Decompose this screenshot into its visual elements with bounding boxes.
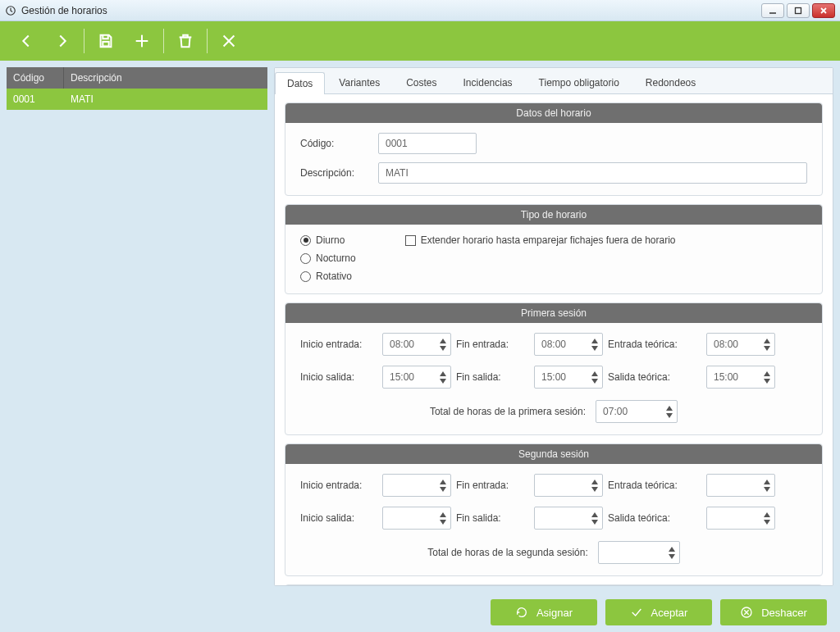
inicio-entrada-spin[interactable]: 08:00 bbox=[382, 333, 451, 356]
section-segunda-sesion: Segunda sesión Inicio entrada: Fin entra… bbox=[285, 443, 823, 576]
tab-costes[interactable]: Costes bbox=[394, 71, 449, 93]
svg-marker-8 bbox=[440, 339, 446, 343]
entrada-teorica2-spin[interactable] bbox=[706, 474, 775, 497]
spin-arrows-icon bbox=[591, 479, 599, 493]
svg-rect-3 bbox=[103, 42, 108, 46]
window-title: Gestión de horarios bbox=[21, 5, 107, 16]
spin-arrows-icon bbox=[763, 338, 771, 352]
inicio-salida2-spin[interactable] bbox=[382, 507, 451, 530]
sidebar: Código Descripción 0001 MATI bbox=[7, 67, 267, 586]
svg-marker-20 bbox=[666, 406, 673, 411]
total-primera-label: Total de horas de la primera sesión: bbox=[430, 406, 586, 417]
svg-marker-11 bbox=[591, 346, 598, 351]
section-datos-horario: Datos del horario Código: Descripción: bbox=[285, 102, 823, 196]
spin-arrows-icon bbox=[763, 479, 771, 493]
svg-marker-12 bbox=[764, 339, 770, 343]
window-controls bbox=[761, 3, 835, 18]
svg-marker-13 bbox=[764, 346, 770, 351]
section-header: Datos del horario bbox=[285, 103, 822, 123]
clock-icon bbox=[5, 5, 16, 16]
inicio-entrada-label: Inicio entrada: bbox=[300, 339, 382, 350]
inicio-entrada2-spin[interactable] bbox=[382, 474, 451, 497]
salida-teorica-spin[interactable]: 15:00 bbox=[706, 366, 775, 389]
add-button[interactable] bbox=[124, 21, 160, 61]
content-area: Código Descripción 0001 MATI Datos Varia… bbox=[0, 61, 840, 593]
deshacer-button[interactable]: Deshacer bbox=[720, 599, 827, 625]
maximize-button[interactable] bbox=[787, 3, 810, 18]
tab-tiempo-obligatorio[interactable]: Tiempo obligatorio bbox=[527, 71, 632, 93]
svg-marker-27 bbox=[764, 487, 770, 492]
extender-checkbox[interactable]: Extender horario hasta emparejar fichaje… bbox=[405, 234, 676, 246]
table-row[interactable]: 0001 MATI bbox=[7, 89, 267, 110]
button-label: Deshacer bbox=[761, 607, 807, 619]
spin-arrows-icon bbox=[591, 371, 599, 384]
inicio-salida-spin[interactable]: 15:00 bbox=[382, 366, 451, 389]
section-primera-sesion: Primera sesión Inicio entrada: 08:00 Fin… bbox=[285, 302, 823, 435]
entrada-teorica-label: Entrada teórica: bbox=[608, 339, 706, 350]
spin-arrows-icon bbox=[439, 512, 447, 525]
svg-marker-29 bbox=[440, 520, 446, 525]
next-button[interactable] bbox=[44, 21, 80, 61]
undo-icon bbox=[515, 606, 528, 619]
spin-arrows-icon bbox=[591, 512, 599, 525]
section-limites: Límites horarios Límite inferior del hor… bbox=[285, 584, 823, 585]
total-segunda-spin[interactable] bbox=[598, 541, 680, 564]
spin-arrows-icon bbox=[591, 338, 599, 352]
close-circle-icon bbox=[740, 606, 753, 619]
delete-button[interactable] bbox=[167, 21, 203, 61]
radio-icon bbox=[300, 235, 311, 246]
main-panel: Datos Variantes Costes Incidencias Tiemp… bbox=[274, 67, 833, 586]
form-area: Datos del horario Código: Descripción: T… bbox=[275, 94, 833, 585]
total-primera-spin[interactable]: 07:00 bbox=[596, 400, 678, 423]
salida-teorica-label: Salida teórica: bbox=[608, 371, 706, 383]
fin-entrada-spin[interactable]: 08:00 bbox=[534, 333, 603, 356]
radio-nocturno[interactable]: Nocturno bbox=[300, 252, 356, 264]
aceptar-button[interactable]: Aceptar bbox=[605, 599, 712, 625]
button-label: Aceptar bbox=[651, 607, 688, 619]
descripcion-label: Descripción: bbox=[300, 167, 370, 179]
svg-marker-15 bbox=[440, 379, 446, 384]
toolbar-separator bbox=[207, 29, 208, 53]
codigo-label: Código: bbox=[300, 138, 370, 149]
svg-marker-33 bbox=[764, 520, 770, 525]
col-codigo[interactable]: Código bbox=[7, 67, 64, 89]
radio-label: Diurno bbox=[316, 234, 345, 246]
inicio-salida-label: Inicio salida: bbox=[300, 371, 382, 383]
fin-salida-spin[interactable]: 15:00 bbox=[534, 366, 603, 389]
asignar-button[interactable]: Asignar bbox=[491, 599, 597, 625]
svg-marker-35 bbox=[669, 554, 675, 559]
col-descripcion[interactable]: Descripción bbox=[64, 67, 267, 89]
fin-salida2-label: Fin salida: bbox=[456, 512, 534, 524]
table-header: Código Descripción bbox=[7, 67, 267, 89]
save-button[interactable] bbox=[88, 21, 124, 61]
fin-salida-label: Fin salida: bbox=[456, 371, 534, 383]
titlebar: Gestión de horarios bbox=[0, 0, 840, 21]
svg-marker-30 bbox=[591, 512, 598, 517]
tab-datos[interactable]: Datos bbox=[275, 72, 325, 94]
fin-salida2-spin[interactable] bbox=[534, 507, 603, 530]
svg-marker-9 bbox=[440, 346, 446, 351]
salida-teorica2-spin[interactable] bbox=[706, 507, 775, 530]
svg-marker-16 bbox=[591, 371, 598, 376]
inicio-salida2-label: Inicio salida: bbox=[300, 512, 382, 524]
tab-strip: Datos Variantes Costes Incidencias Tiemp… bbox=[275, 68, 833, 94]
fin-entrada2-spin[interactable] bbox=[534, 474, 603, 497]
spin-arrows-icon bbox=[439, 479, 447, 493]
descripcion-input[interactable] bbox=[378, 162, 807, 184]
footer: Asignar Aceptar Deshacer bbox=[0, 593, 840, 632]
radio-diurno[interactable]: Diurno bbox=[300, 234, 356, 246]
tab-redondeos[interactable]: Redondeos bbox=[633, 71, 708, 93]
codigo-input[interactable] bbox=[378, 133, 477, 154]
close-button[interactable] bbox=[812, 3, 835, 18]
svg-marker-24 bbox=[591, 480, 598, 484]
prev-button[interactable] bbox=[8, 21, 44, 61]
salida-teorica2-label: Salida teórica: bbox=[608, 512, 706, 524]
svg-marker-34 bbox=[669, 547, 675, 552]
tab-variantes[interactable]: Variantes bbox=[326, 71, 392, 93]
tab-incidencias[interactable]: Incidencias bbox=[451, 71, 525, 93]
radio-rotativo[interactable]: Rotativo bbox=[300, 271, 356, 282]
cancel-button[interactable] bbox=[211, 21, 247, 61]
minimize-button[interactable] bbox=[761, 3, 784, 18]
section-header: Segunda sesión bbox=[285, 444, 822, 464]
entrada-teorica-spin[interactable]: 08:00 bbox=[706, 333, 775, 356]
